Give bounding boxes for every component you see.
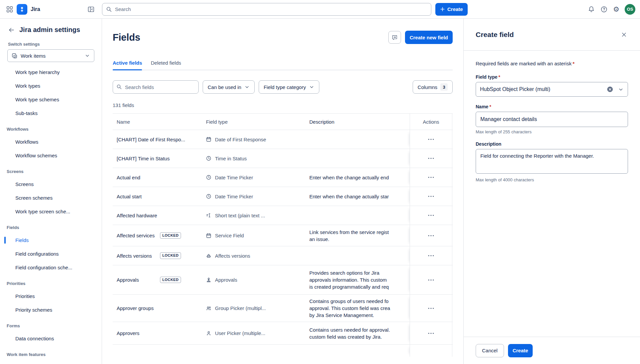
table-row[interactable]: [CHART] Time in Status Time in Status <box>113 149 453 168</box>
switch-settings-label: Switch settings <box>8 42 94 47</box>
short-text-icon <box>206 213 211 218</box>
feedback-icon <box>392 34 398 40</box>
table-row[interactable]: Actual end Date Time Picker Enter when t… <box>113 168 453 187</box>
page-header: Fields Create new field <box>113 31 453 44</box>
row-actions-button[interactable] <box>426 136 436 142</box>
row-actions-button[interactable] <box>426 277 436 283</box>
feedback-button[interactable] <box>388 31 401 44</box>
app-switcher-button[interactable] <box>6 6 13 13</box>
row-actions-button[interactable] <box>426 305 436 311</box>
field-name: Affected hardware <box>117 213 157 218</box>
plus-icon <box>440 7 445 12</box>
clear-selection-icon[interactable] <box>607 86 613 93</box>
field-type-select[interactable]: HubSpot Object Picker (multi) <box>476 82 628 97</box>
table-row[interactable]: Affected hardware Short text (plain text… <box>113 206 453 225</box>
field-description: approvals information. This custom <box>309 276 410 283</box>
sidebar-item[interactable]: Work type hierarchy <box>0 65 102 79</box>
tab-active-fields[interactable]: Active fields <box>113 60 142 70</box>
notifications-button[interactable] <box>588 6 595 13</box>
more-actions-icon <box>428 138 434 140</box>
table-row[interactable]: Actual start Date Time Picker Enter when… <box>113 187 453 206</box>
field-description: Contains users needed for approval. <box>309 326 410 333</box>
table-row[interactable]: Approvers User Picker (multiple... Conta… <box>113 322 453 345</box>
sidebar-item[interactable]: Time tracking <box>0 360 102 364</box>
sidebar-header: Jira admin settings <box>0 26 102 34</box>
sidebar-item[interactable]: Workflows <box>0 135 102 149</box>
avatar[interactable]: OS <box>625 4 635 15</box>
table-row[interactable]: Affects versions LOCKED Affects versions <box>113 246 453 265</box>
row-actions-button[interactable] <box>426 155 436 161</box>
back-button[interactable] <box>8 27 15 33</box>
search-fields-input[interactable] <box>113 80 199 94</box>
row-actions-button[interactable] <box>426 212 436 218</box>
row-actions-button[interactable] <box>426 233 436 239</box>
sidebar-item[interactable]: Work types <box>0 79 102 93</box>
close-panel-button[interactable] <box>619 30 629 39</box>
more-actions-icon <box>428 307 434 309</box>
more-actions-icon <box>428 235 434 237</box>
sidebar-item[interactable]: Priorities <box>0 289 102 303</box>
field-type: Date of First Response <box>215 137 266 142</box>
row-actions-button[interactable] <box>426 330 436 336</box>
sidebar-item[interactable]: Work type schemes <box>0 93 102 106</box>
description-help: Max length of 4000 characters <box>476 177 628 182</box>
sidebar-item[interactable]: Data connections <box>0 332 102 345</box>
field-type-category-filter[interactable]: Field type category <box>259 80 319 94</box>
columns-button[interactable]: Columns 3 <box>413 80 453 94</box>
row-actions-button[interactable] <box>426 193 436 199</box>
sidebar-section-fields: Fields <box>0 218 102 233</box>
create-button[interactable]: Create <box>508 344 533 357</box>
column-header-name[interactable]: Name <box>113 114 206 130</box>
sidebar-section-workflows: Workflows <box>0 120 102 135</box>
tab-deleted-fields[interactable]: Deleted fields <box>151 60 181 70</box>
clock-icon <box>206 175 211 180</box>
sidebar-item[interactable]: Workflow schemes <box>0 149 102 162</box>
field-type-label-text: Field type <box>476 74 497 80</box>
column-header-description[interactable]: Description <box>309 114 410 130</box>
locked-badge: LOCKED <box>160 277 181 283</box>
sidebar-item[interactable]: Sub-tasks <box>0 106 102 120</box>
columns-count-badge: 3 <box>440 83 448 91</box>
settings-switcher-value: Work items <box>21 53 46 59</box>
field-name: Approver groups <box>117 305 154 311</box>
collapse-sidebar-button[interactable] <box>87 6 95 13</box>
sidebar-item[interactable]: Field configuration sche... <box>0 261 102 274</box>
sidebar-item[interactable]: Screens <box>0 177 102 191</box>
ship-icon <box>206 253 211 258</box>
more-actions-icon <box>428 279 434 281</box>
top-bar: Jira Create <box>0 0 640 19</box>
settings-button[interactable]: ⚙ <box>613 6 619 13</box>
name-label: Name* <box>476 104 628 109</box>
panel-footer: Cancel Create <box>464 337 640 364</box>
column-header-field-type[interactable]: Field type <box>206 114 309 130</box>
sidebar-item[interactable]: Field configurations <box>0 247 102 261</box>
row-actions-button[interactable] <box>426 253 436 259</box>
required-asterisk: * <box>573 61 575 66</box>
field-description: custom field was created by Jira. <box>309 333 410 340</box>
row-actions-button[interactable] <box>426 174 436 180</box>
group-icon <box>206 306 211 311</box>
sidebar-item-fields[interactable]: Fields <box>0 233 102 247</box>
field-type: Group Picker (multipl... <box>215 305 266 311</box>
settings-switcher[interactable]: Work items <box>7 49 94 62</box>
sidebar-item[interactable]: Work type screen sche... <box>0 205 102 218</box>
create-new-field-button[interactable]: Create new field <box>405 31 453 44</box>
required-asterisk: * <box>498 74 500 80</box>
jira-logo[interactable] <box>17 4 27 15</box>
cancel-button[interactable]: Cancel <box>476 344 504 357</box>
table-row[interactable]: Approvals LOCKED Approvals Provides sear… <box>113 265 453 295</box>
help-button[interactable] <box>600 6 608 13</box>
description-input[interactable]: Field for connecting the Reporter with t… <box>476 149 628 174</box>
sidebar-item[interactable]: Priority schemes <box>0 303 102 317</box>
name-input[interactable] <box>476 112 628 127</box>
global-create-button[interactable]: Create <box>435 3 468 16</box>
table-row[interactable]: [CHART] Date of First Respo... Date of F… <box>113 130 453 149</box>
sidebar-item[interactable]: Screen schemes <box>0 191 102 205</box>
table-row[interactable]: Affected services LOCKED Service Field L… <box>113 225 453 246</box>
field-description: Enter when the change actually end <box>309 174 410 181</box>
global-search-input[interactable] <box>102 3 431 16</box>
can-be-used-in-filter[interactable]: Can be used in <box>203 80 255 94</box>
table-row[interactable]: Approver groups Group Picker (multipl...… <box>113 295 453 322</box>
name-label-text: Name <box>476 104 488 109</box>
name-help: Max length of 255 characters <box>476 129 628 134</box>
